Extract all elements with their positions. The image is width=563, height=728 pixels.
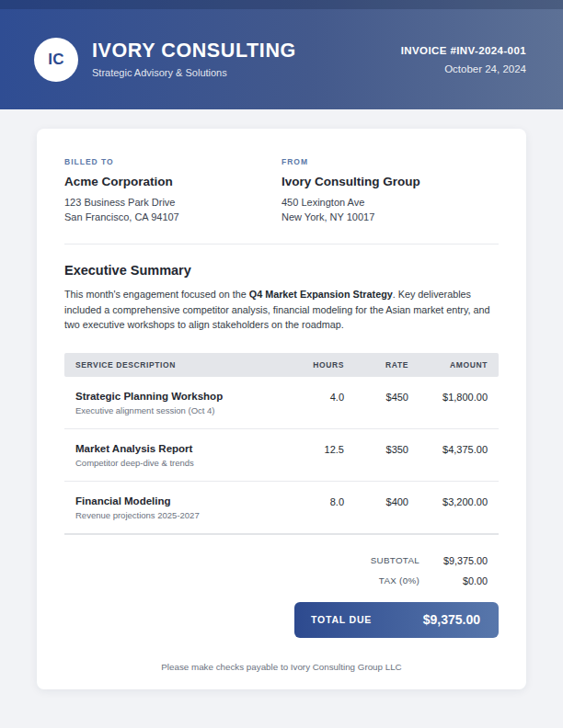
company-tagline: Strategic Advisory & Solutions xyxy=(92,67,296,78)
total-due-value: $9,375.00 xyxy=(423,612,480,627)
from-address: 450 Lexington Ave New York, NY 10017 xyxy=(282,195,499,224)
service-title: Financial Modeling xyxy=(75,495,280,506)
tax-value: $0.00 xyxy=(419,575,499,586)
subtotal-row: SUBTOTAL $9,375.00 xyxy=(64,555,499,566)
company-logo: IC xyxy=(34,38,78,82)
service-hours: 8.0 xyxy=(280,495,344,508)
header-top-strip xyxy=(0,0,563,9)
services-table-header: SERVICE DESCRIPTION HOURS RATE AMOUNT xyxy=(64,353,499,377)
header-rate: RATE xyxy=(344,360,408,370)
billed-to-address-line2: San Francisco, CA 94107 xyxy=(64,210,282,224)
service-rate: $400 xyxy=(344,495,408,508)
subtotal-label: SUBTOTAL xyxy=(371,555,419,565)
billed-to-label: BILLED TO xyxy=(64,157,282,166)
summary-text-bold: Q4 Market Expansion Strategy xyxy=(249,289,393,300)
service-amount: $3,200.00 xyxy=(408,495,488,508)
from-address-line2: New York, NY 10017 xyxy=(282,210,499,224)
header-hours: HOURS xyxy=(280,360,344,370)
summary-heading: Executive Summary xyxy=(64,263,499,278)
service-rate: $450 xyxy=(344,391,408,404)
summary-text-before: This month's engagement focused on the xyxy=(64,289,249,300)
service-subtitle: Executive alignment session (Oct 4) xyxy=(75,405,280,415)
from-address-line1: 450 Lexington Ave xyxy=(282,195,499,210)
billed-to-address: 123 Business Park Drive San Francisco, C… xyxy=(64,195,282,224)
services-table: SERVICE DESCRIPTION HOURS RATE AMOUNT St… xyxy=(64,353,499,535)
invoice-page: IC IVORY CONSULTING Strategic Advisory &… xyxy=(0,0,563,728)
invoice-meta: INVOICE #INV-2024-001 October 24, 2024 xyxy=(401,45,526,74)
service-title: Market Analysis Report xyxy=(75,443,280,454)
summary-text: This month's engagement focused on the Q… xyxy=(64,287,499,333)
executive-summary: Executive Summary This month's engagemen… xyxy=(64,263,499,333)
brand-block: IC IVORY CONSULTING Strategic Advisory &… xyxy=(34,38,296,82)
subtotal-value: $9,375.00 xyxy=(419,555,499,566)
service-subtitle: Revenue projections 2025-2027 xyxy=(75,510,280,520)
invoice-date: October 24, 2024 xyxy=(401,63,526,74)
service-subtitle: Competitor deep-dive & trends xyxy=(75,458,280,468)
table-row: Financial Modeling Revenue projections 2… xyxy=(64,482,499,535)
table-row: Market Analysis Report Competitor deep-d… xyxy=(64,429,499,482)
billed-to-name: Acme Corporation xyxy=(64,175,282,188)
service-amount: $4,375.00 xyxy=(408,443,488,456)
from-block: FROM Ivory Consulting Group 450 Lexingto… xyxy=(282,157,499,224)
tax-label: TAX (0%) xyxy=(379,575,419,586)
totals-section: SUBTOTAL $9,375.00 TAX (0%) $0.00 TOTAL … xyxy=(64,555,499,638)
total-due-label: TOTAL DUE xyxy=(311,614,372,625)
invoice-header: IC IVORY CONSULTING Strategic Advisory &… xyxy=(0,0,563,109)
payment-note: Please make checks payable to Ivory Cons… xyxy=(64,662,499,672)
service-hours: 4.0 xyxy=(280,391,344,404)
total-due-banner: TOTAL DUE $9,375.00 xyxy=(294,602,499,638)
invoice-card: BILLED TO Acme Corporation 123 Business … xyxy=(37,129,526,689)
service-amount: $1,800.00 xyxy=(408,391,488,404)
from-label: FROM xyxy=(282,157,499,166)
header-service-description: SERVICE DESCRIPTION xyxy=(75,360,280,370)
header-amount: AMOUNT xyxy=(408,360,488,370)
service-rate: $350 xyxy=(344,443,408,456)
company-name: IVORY CONSULTING xyxy=(92,40,296,63)
tax-row: TAX (0%) $0.00 xyxy=(64,575,499,586)
billed-to-block: BILLED TO Acme Corporation 123 Business … xyxy=(64,157,282,224)
table-row: Strategic Planning Workshop Executive al… xyxy=(64,377,499,429)
service-title: Strategic Planning Workshop xyxy=(75,391,280,402)
logo-initials: IC xyxy=(48,51,64,69)
from-name: Ivory Consulting Group xyxy=(282,175,499,188)
section-divider xyxy=(64,244,499,245)
invoice-number: INVOICE #INV-2024-001 xyxy=(401,45,526,56)
billed-to-address-line1: 123 Business Park Drive xyxy=(64,195,282,210)
service-hours: 12.5 xyxy=(280,443,344,456)
billing-parties: BILLED TO Acme Corporation 123 Business … xyxy=(64,157,499,224)
